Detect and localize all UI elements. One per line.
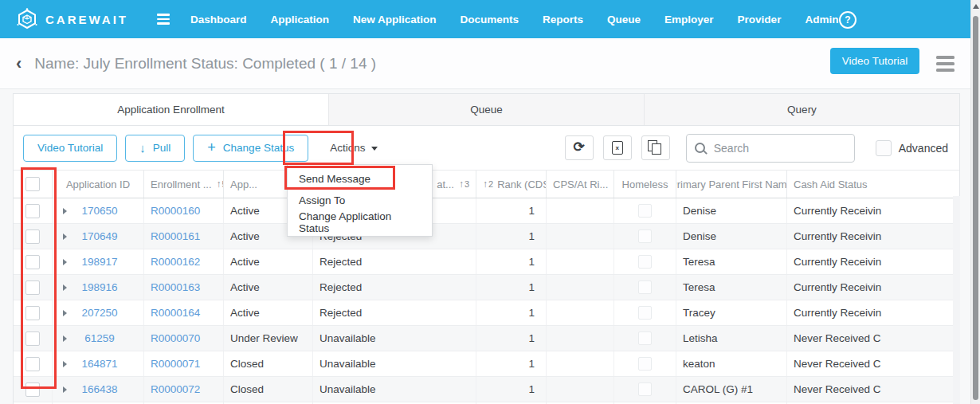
enrollment-id-link[interactable]: R0000161 [151, 230, 200, 242]
nav-item-provider[interactable]: Provider [738, 14, 782, 25]
column-header-9[interactable]: Cash Aid Status [787, 171, 960, 198]
column-header-7[interactable]: Homeless [614, 171, 676, 198]
nav-item-application[interactable]: Application [271, 14, 330, 25]
homeless-checkbox[interactable] [638, 382, 652, 396]
tab-query[interactable]: Query [645, 94, 959, 125]
row-checkbox[interactable] [25, 280, 40, 295]
row-checkbox[interactable] [25, 331, 40, 346]
row-checkbox[interactable] [25, 229, 40, 244]
cell-homeless [614, 198, 676, 223]
application-id-link[interactable]: 166438 [75, 383, 137, 395]
homeless-checkbox[interactable] [638, 357, 652, 371]
help-icon[interactable]: ? [839, 11, 857, 29]
application-id-link[interactable]: 61259 [75, 332, 137, 344]
row-checkbox[interactable] [25, 306, 40, 320]
menu-item-assign-to[interactable]: Assign To [288, 190, 432, 211]
menu-item-send-message[interactable]: Send Message [288, 168, 432, 190]
homeless-checkbox[interactable] [638, 255, 652, 269]
table-row: 170650R0000160ActiveRejected1DeniseCurre… [14, 198, 959, 224]
back-chevron-icon[interactable]: ‹ [16, 55, 22, 73]
cell-application-status: Closed [224, 351, 313, 376]
cell-rank: 1 [476, 300, 547, 325]
topbar-hamburger-icon[interactable] [157, 14, 170, 25]
expand-row-icon[interactable] [63, 233, 67, 240]
tab-queue[interactable]: Queue [329, 94, 645, 125]
expand-row-icon[interactable] [63, 310, 67, 316]
nav-item-queue[interactable]: Queue [607, 14, 641, 25]
expand-row-icon[interactable] [63, 259, 67, 265]
cell-enrollment-status: Rejected [313, 300, 476, 325]
scrollbar-up-arrow-icon[interactable] [973, 4, 979, 9]
enrollment-id-link[interactable]: R0000162 [151, 256, 200, 268]
application-id-link[interactable]: 198916 [75, 281, 137, 293]
tab-application-enrollment[interactable]: Application Enrollment [14, 94, 329, 125]
cell-application-id: 170650 [53, 198, 144, 223]
homeless-checkbox[interactable] [638, 331, 652, 345]
application-id-link[interactable]: 170650 [75, 205, 137, 217]
column-header-label: CPS/At Ri... [553, 178, 608, 190]
nav-item-reports[interactable]: Reports [543, 14, 583, 25]
row-checkbox[interactable] [25, 357, 40, 371]
cell-select [14, 326, 53, 351]
homeless-checkbox[interactable] [638, 306, 652, 320]
expand-row-icon[interactable] [63, 284, 67, 291]
nav-item-admin[interactable]: Admin [805, 14, 838, 25]
application-id-link[interactable]: 207250 [75, 307, 137, 319]
nav-item-new-application[interactable]: New Application [353, 14, 437, 25]
search-input[interactable] [712, 141, 846, 155]
vertical-scrollbar[interactable] [970, 0, 980, 404]
enrollment-id-link[interactable]: R0000160 [151, 205, 200, 217]
scrollbar-thumb[interactable] [973, 16, 978, 400]
cell-application-id: 170649 [53, 224, 144, 249]
search-box [686, 134, 855, 163]
column-header-label: Application ID [66, 178, 130, 190]
cell-enrollment-id: R0000164 [144, 300, 224, 325]
homeless-checkbox[interactable] [638, 280, 652, 294]
select-all-checkbox[interactable] [25, 177, 40, 191]
enrollment-id-link[interactable]: R0000072 [151, 383, 200, 395]
enrollment-id-link[interactable]: R0000071 [151, 358, 200, 370]
enrollment-id-link[interactable]: R0000164 [151, 307, 200, 319]
application-id-link[interactable]: 198917 [75, 256, 137, 268]
application-id-link[interactable]: 164871 [75, 358, 137, 370]
video-tutorial-button-header[interactable]: Video Tutorial [830, 48, 919, 74]
column-header-8[interactable]: Primary Parent First Name [676, 171, 787, 198]
enrollment-id-link[interactable]: R0000163 [151, 281, 200, 293]
nav-item-employer[interactable]: Employer [664, 14, 714, 25]
export-xlsx-button[interactable]: x [603, 135, 632, 160]
cell-cps-at-risk [547, 249, 614, 274]
application-id-link[interactable]: 170649 [75, 230, 137, 242]
actions-button[interactable]: Actions [319, 135, 388, 162]
cell-cash-aid-status: Currently Receivin [787, 275, 960, 300]
page-menu-icon[interactable] [936, 56, 955, 72]
row-checkbox[interactable] [25, 204, 40, 218]
advanced-checkbox[interactable] [876, 140, 892, 156]
expand-row-icon[interactable] [63, 361, 67, 367]
change-status-button[interactable]: + Change Status [193, 135, 308, 162]
video-tutorial-button[interactable]: Video Tutorial [23, 135, 117, 162]
homeless-checkbox[interactable] [638, 204, 652, 218]
expand-row-icon[interactable] [63, 208, 67, 214]
column-header-2[interactable]: Enrollment ...↑5 [144, 171, 224, 198]
cell-homeless [614, 300, 676, 325]
table-scrollbar-track[interactable] [953, 196, 960, 404]
expand-row-icon[interactable] [63, 335, 67, 342]
nav-item-dashboard[interactable]: Dashboard [190, 14, 247, 25]
row-checkbox[interactable] [25, 255, 40, 269]
column-header-6[interactable]: CPS/At Ri...↓1 [547, 171, 614, 198]
column-header-1[interactable]: Application ID [53, 171, 144, 198]
cell-homeless [614, 351, 676, 376]
cell-primary-parent-first-name: Letisha [676, 326, 787, 351]
copy-button[interactable] [641, 135, 670, 160]
column-header-5[interactable]: ↑2Rank (CDS... [476, 171, 547, 198]
menu-item-change-application-status[interactable]: Change Application Status [288, 211, 432, 233]
refresh-button[interactable]: ⟳ [565, 135, 594, 160]
expand-row-icon[interactable] [63, 386, 67, 393]
pull-button[interactable]: ↓ Pull [125, 135, 185, 162]
row-checkbox[interactable] [25, 382, 40, 397]
enrollment-id-link[interactable]: R0000070 [151, 332, 200, 344]
nav-item-documents[interactable]: Documents [461, 14, 519, 25]
toolbar-right-group: ⟳ x Advanced [565, 134, 950, 163]
homeless-checkbox[interactable] [638, 229, 652, 243]
column-header-0[interactable] [14, 171, 53, 198]
